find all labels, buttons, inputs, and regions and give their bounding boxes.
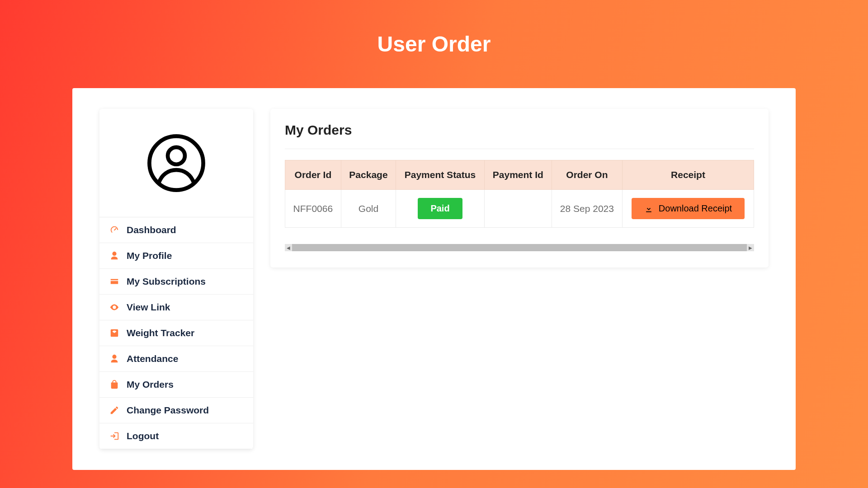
sidebar-item-logout[interactable]: Logout: [99, 423, 253, 449]
user-avatar-icon: [147, 134, 206, 192]
orders-table: Order Id Package Payment Status Payment …: [285, 160, 754, 228]
sidebar-item-label: My Orders: [127, 379, 174, 390]
sidebar-item-view-link[interactable]: View Link: [99, 295, 253, 320]
sidebar-item-label: Weight Tracker: [127, 328, 194, 338]
sidebar-item-change-password[interactable]: Change Password: [99, 398, 253, 423]
status-badge: Paid: [418, 198, 462, 219]
col-payment-status: Payment Status: [396, 160, 485, 190]
orders-title: My Orders: [285, 122, 754, 149]
orders-card: My Orders Order Id Package Payment Statu…: [270, 109, 769, 267]
cell-order-id: NFF0066: [285, 190, 341, 228]
sidebar: Dashboard My Profile My Subscriptions Vi…: [99, 109, 253, 449]
sidebar-nav: Dashboard My Profile My Subscriptions Vi…: [99, 217, 253, 449]
scroll-right-arrow-icon[interactable]: ▶: [747, 244, 754, 251]
pencil-icon: [109, 405, 119, 415]
sidebar-item-label: View Link: [127, 302, 170, 313]
svg-point-1: [168, 147, 185, 164]
page-title: User Order: [0, 0, 868, 56]
col-payment-id: Payment Id: [484, 160, 552, 190]
sidebar-item-label: My Subscriptions: [127, 276, 206, 287]
user-icon: [109, 354, 119, 364]
download-receipt-button[interactable]: Download Receipt: [632, 198, 745, 219]
col-order-on: Order On: [552, 160, 622, 190]
bag-icon: [109, 380, 119, 389]
gauge-icon: [109, 225, 119, 235]
sidebar-item-label: Change Password: [127, 405, 209, 416]
horizontal-scrollbar[interactable]: ◀ ▶: [285, 244, 754, 251]
sidebar-item-profile[interactable]: My Profile: [99, 243, 253, 269]
cell-package: Gold: [341, 190, 396, 228]
content: My Orders Order Id Package Payment Statu…: [270, 109, 769, 449]
sidebar-item-label: Dashboard: [127, 225, 176, 235]
table-row: NFF0066 Gold Paid 28 Sep 2023 Download R…: [285, 190, 754, 228]
orders-header-row: Order Id Package Payment Status Payment …: [285, 160, 754, 190]
scale-icon: [109, 328, 119, 338]
download-icon: [644, 204, 653, 213]
sidebar-item-orders[interactable]: My Orders: [99, 372, 253, 398]
orders-table-scroll[interactable]: Order Id Package Payment Status Payment …: [285, 160, 754, 228]
sidebar-item-subscriptions[interactable]: My Subscriptions: [99, 269, 253, 295]
sidebar-item-label: My Profile: [127, 250, 172, 261]
scroll-left-arrow-icon[interactable]: ◀: [285, 244, 292, 251]
cell-receipt: Download Receipt: [623, 190, 754, 228]
col-package: Package: [341, 160, 396, 190]
sidebar-item-weight-tracker[interactable]: Weight Tracker: [99, 320, 253, 346]
cell-payment-id: [484, 190, 552, 228]
sidebar-item-attendance[interactable]: Attendance: [99, 346, 253, 372]
user-icon: [109, 251, 119, 261]
sidebar-item-label: Attendance: [127, 353, 178, 364]
avatar: [99, 109, 253, 217]
col-order-id: Order Id: [285, 160, 341, 190]
cell-payment-status: Paid: [396, 190, 485, 228]
sidebar-item-label: Logout: [127, 431, 159, 441]
eye-icon: [109, 302, 119, 312]
cell-order-on: 28 Sep 2023: [552, 190, 622, 228]
col-receipt: Receipt: [623, 160, 754, 190]
download-receipt-label: Download Receipt: [659, 203, 732, 214]
main-panel: Dashboard My Profile My Subscriptions Vi…: [72, 88, 796, 470]
card-icon: [109, 277, 119, 286]
logout-icon: [109, 431, 119, 441]
sidebar-item-dashboard[interactable]: Dashboard: [99, 217, 253, 243]
